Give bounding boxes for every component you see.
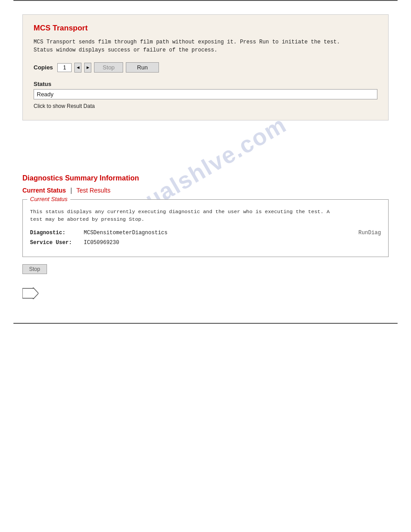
current-status-description: This status displays any currently execu… — [30, 208, 381, 223]
next-arrow-icon[interactable] — [22, 283, 389, 300]
diagnostics-tabs: Current Status | Test Results — [22, 187, 389, 194]
mcs-transport-title: MCS Transport — [34, 24, 377, 33]
diagnostic-row: Diagnostic: MCSDensitometerDiagnostics R… — [30, 230, 381, 236]
tab-test-results[interactable]: Test Results — [76, 187, 110, 194]
copies-input[interactable] — [57, 63, 72, 72]
tab-current-status[interactable]: Current Status — [22, 187, 66, 194]
svg-marker-0 — [22, 287, 39, 299]
diagnostic-action: RunDiag — [359, 230, 381, 236]
copies-row: Copies ◄ ► Stop Run — [34, 62, 377, 73]
diagnostic-label: Diagnostic: — [30, 230, 84, 236]
status-value: Ready — [34, 89, 377, 99]
spacer — [22, 138, 389, 174]
stop-button[interactable]: Stop — [94, 62, 123, 73]
diagnostics-summary-title: Diagnostics Summary Information — [22, 174, 389, 182]
diagnostics-stop-button[interactable]: Stop — [22, 264, 47, 274]
mcs-transport-description: MCS Transport sends film through film pa… — [34, 38, 377, 54]
tab-separator: | — [70, 187, 72, 194]
service-user-value: IC050969230 — [84, 240, 381, 246]
click-to-show-result[interactable]: Click to show Result Data — [34, 103, 377, 109]
bottom-divider — [13, 323, 398, 324]
mcs-transport-section: MCS Transport MCS Transport sends film t… — [22, 14, 389, 120]
service-user-row: Service User: IC050969230 — [30, 240, 381, 246]
current-status-box: Current Status This status displays any … — [22, 199, 389, 257]
increment-button[interactable]: ► — [84, 63, 91, 73]
diagnostics-summary-section: Diagnostics Summary Information Current … — [22, 174, 389, 300]
current-status-box-title: Current Status — [27, 196, 70, 202]
service-user-label: Service User: — [30, 240, 84, 246]
status-label: Status — [34, 81, 377, 87]
diagnostic-value: MCSDensitometerDiagnostics — [84, 230, 359, 236]
run-button[interactable]: Run — [126, 62, 159, 73]
decrement-button[interactable]: ◄ — [74, 63, 81, 73]
copies-label: Copies — [34, 64, 53, 71]
